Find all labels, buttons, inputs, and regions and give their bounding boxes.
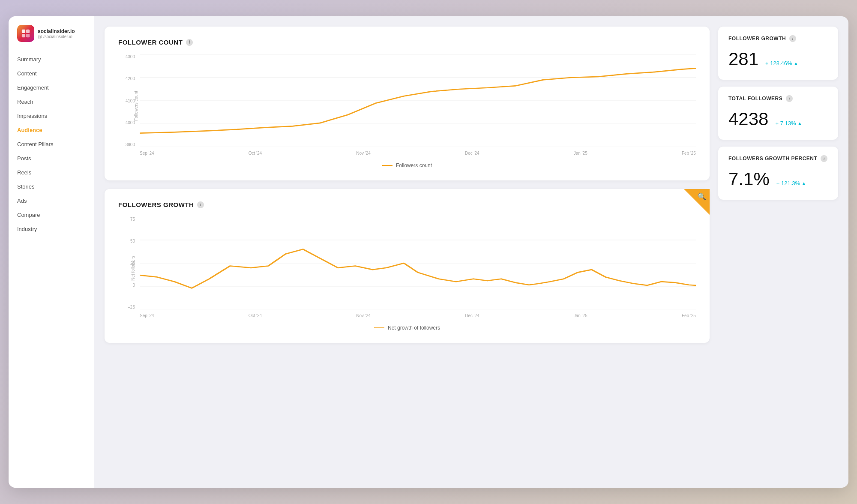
followers-growth-percent-value: 7.1%: [728, 169, 770, 189]
sidebar-item-summary[interactable]: Summary: [9, 52, 94, 66]
svg-rect-1: [26, 30, 30, 33]
charts-column: FOLLOWER COUNT i 4300 4200 4100 4000 390…: [105, 27, 710, 477]
follower-count-title: FOLLOWER COUNT i: [118, 39, 696, 46]
follower-growth-stat-title: FOLLOWER GROWTH i: [728, 35, 828, 42]
followers-growth-percent-stat-title: FOLLOWERS GROWTH PERCENT i: [728, 155, 828, 162]
sidebar-item-reels[interactable]: Reels: [9, 165, 94, 180]
followers-growth-percent-stat-card: FOLLOWERS GROWTH PERCENT i 7.1% + 121.3%…: [718, 147, 838, 200]
total-followers-stat-info-icon[interactable]: i: [786, 95, 793, 102]
sidebar-item-ads[interactable]: Ads: [9, 194, 94, 208]
followers-growth-x-axis: Sep '24 Oct '24 Nov '24 Dec '24 Jan '25 …: [140, 311, 696, 320]
sidebar-item-audience[interactable]: Audience: [9, 123, 94, 137]
followers-growth-svg-area: [140, 217, 696, 309]
followers-growth-chart-area: 75 50 25 0 –25 Net followers: [118, 217, 696, 320]
follower-count-chart-area: 4300 4200 4100 4000 3900 Followers count: [118, 54, 696, 157]
growth-legend-label: Net growth of followers: [388, 325, 440, 331]
main-content: FOLLOWER COUNT i 4300 4200 4100 4000 390…: [94, 16, 848, 488]
followers-growth-legend: Net growth of followers: [118, 325, 696, 331]
sidebar-item-stories[interactable]: Stories: [9, 180, 94, 194]
follower-count-info-icon[interactable]: i: [186, 39, 193, 46]
brand-text: socialinsider.io @ /socialinsider.io: [38, 28, 75, 39]
sidebar: socialinsider.io @ /socialinsider.io Sum…: [9, 16, 94, 488]
follower-growth-value: 281: [728, 49, 758, 69]
sidebar-item-posts[interactable]: Posts: [9, 151, 94, 165]
search-overlay-icon: 🔍: [698, 192, 706, 201]
legend-line-icon: [382, 165, 393, 166]
follower-count-svg: [140, 54, 696, 147]
followers-growth-info-icon[interactable]: i: [197, 201, 204, 208]
follower-count-svg-area: [140, 54, 696, 147]
legend-label: Followers count: [396, 162, 432, 168]
total-followers-change: + 7.13% ▲: [775, 120, 802, 126]
followers-growth-y-title: Net followers: [131, 256, 135, 281]
total-followers-arrow-icon: ▲: [798, 121, 802, 126]
total-followers-stat-row: 4238 + 7.13% ▲: [728, 109, 828, 131]
total-followers-stat-card: TOTAL FOLLOWERS i 4238 + 7.13% ▲: [718, 87, 838, 140]
brand-icon: [17, 25, 34, 42]
sidebar-item-compare[interactable]: Compare: [9, 208, 94, 222]
brand: socialinsider.io @ /socialinsider.io: [9, 25, 94, 52]
svg-rect-3: [26, 34, 30, 37]
stats-column: FOLLOWER GROWTH i 281 + 128.46% ▲ TOTAL …: [718, 27, 838, 477]
followers-growth-percent-arrow-icon: ▲: [802, 181, 806, 186]
follower-growth-stat-row: 281 + 128.46% ▲: [728, 49, 828, 71]
follower-growth-change: + 128.46% ▲: [765, 60, 798, 66]
sidebar-item-impressions[interactable]: Impressions: [9, 109, 94, 123]
brand-handle: @ /socialinsider.io: [38, 34, 75, 39]
follower-count-card: FOLLOWER COUNT i 4300 4200 4100 4000 390…: [105, 27, 710, 180]
follower-count-y-title: Followers count: [134, 91, 138, 121]
total-followers-value: 4238: [728, 109, 768, 129]
sidebar-item-reach[interactable]: Reach: [9, 95, 94, 109]
followers-growth-percent-stat-info-icon[interactable]: i: [821, 155, 827, 162]
followers-growth-svg: [140, 217, 696, 309]
app-container: socialinsider.io @ /socialinsider.io Sum…: [9, 16, 848, 488]
followers-growth-percent-change: + 121.3% ▲: [776, 180, 806, 186]
follower-count-x-axis: Sep '24 Oct '24 Nov '24 Dec '24 Jan '25 …: [140, 149, 696, 157]
sidebar-item-engagement[interactable]: Engagement: [9, 81, 94, 95]
followers-growth-card: 🔍 FOLLOWERS GROWTH i 75 50 25 0 –25: [105, 189, 710, 343]
follower-growth-stat-card: FOLLOWER GROWTH i 281 + 128.46% ▲: [718, 27, 838, 80]
followers-growth-percent-stat-row: 7.1% + 121.3% ▲: [728, 169, 828, 191]
brand-name: socialinsider.io: [38, 28, 75, 34]
followers-growth-title: FOLLOWERS GROWTH i: [118, 201, 696, 208]
svg-rect-2: [22, 34, 25, 37]
growth-legend-line-icon: [374, 327, 384, 328]
total-followers-stat-title: TOTAL FOLLOWERS i: [728, 95, 828, 102]
svg-rect-0: [22, 30, 25, 33]
sidebar-item-industry[interactable]: Industry: [9, 222, 94, 236]
sidebar-item-content-pillars[interactable]: Content Pillars: [9, 137, 94, 151]
follower-growth-arrow-icon: ▲: [794, 61, 798, 66]
sidebar-item-content[interactable]: Content: [9, 66, 94, 81]
sidebar-nav: SummaryContentEngagementReachImpressions…: [9, 52, 94, 236]
follower-growth-stat-info-icon[interactable]: i: [789, 35, 796, 42]
follower-count-legend: Followers count: [118, 162, 696, 168]
